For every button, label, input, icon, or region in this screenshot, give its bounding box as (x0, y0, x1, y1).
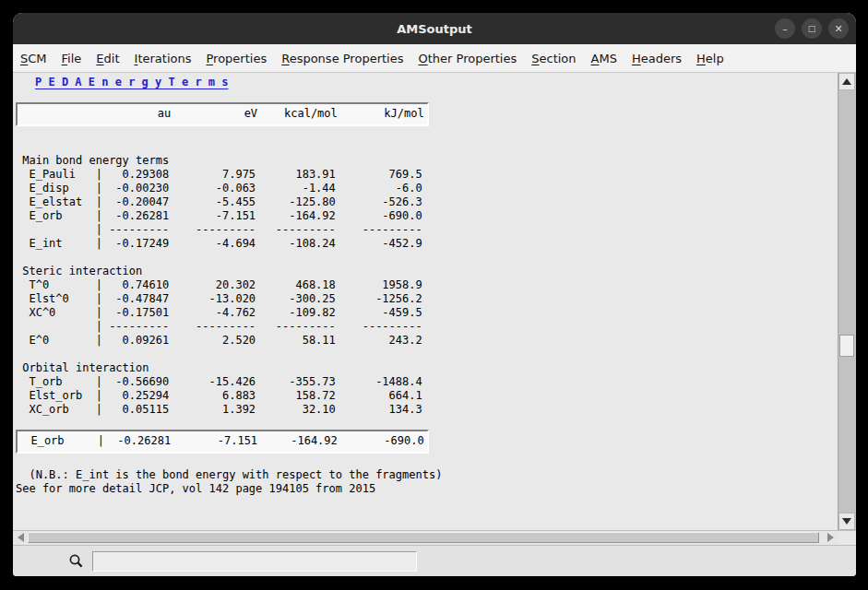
menu-item-edit[interactable]: Edit (96, 52, 119, 65)
search-input[interactable] (92, 551, 417, 572)
menu-item-other-properties[interactable]: Other Properties (418, 52, 517, 65)
eorb-summary-box: E_orb | -0.26281 -7.151 -164.92 -690.0 (16, 430, 429, 454)
maximize-button[interactable]: □ (802, 18, 822, 39)
units-header-line: au eV kcal/mol kJ/mol (18, 107, 427, 121)
triangle-up-icon (842, 78, 851, 85)
window-title: AMSoutput (397, 22, 472, 36)
footnotes-text: (N.B.: E_int is the bond energy with res… (16, 468, 838, 496)
peda-section-link[interactable]: P E D A E n e r g y T e r m s (16, 76, 838, 89)
energy-terms-text: Main bond energy terms E_Pauli | 0.29308… (16, 126, 838, 417)
triangle-right-icon (827, 533, 834, 542)
content-row: P E D A E n e r g y T e r m s au eV kcal… (13, 73, 856, 530)
desktop-background: AMSoutput – □ ✕ SCMFileEditIterationsPro… (0, 0, 868, 590)
scroll-down-button[interactable] (838, 513, 855, 530)
window-controls: – □ ✕ (775, 13, 849, 44)
titlebar[interactable]: AMSoutput – □ ✕ (13, 13, 856, 44)
output-text-area: P E D A E n e r g y T e r m s au eV kcal… (13, 73, 838, 530)
menu-item-properties[interactable]: Properties (206, 52, 267, 65)
menu-item-response-properties[interactable]: Response Properties (281, 52, 403, 65)
horizontal-scrollbar-thumb[interactable] (28, 532, 819, 543)
horizontal-scrollbar[interactable] (13, 530, 856, 545)
scroll-up-button[interactable] (838, 73, 855, 90)
scroll-right-button[interactable] (823, 531, 838, 544)
menu-item-file[interactable]: File (62, 52, 82, 65)
maximize-icon: □ (808, 25, 816, 33)
search-bar (13, 545, 856, 576)
menu-item-scm[interactable]: SCM (20, 52, 47, 65)
triangle-down-icon (842, 518, 851, 525)
menu-item-headers[interactable]: Headers (632, 52, 682, 65)
menu-item-help[interactable]: Help (696, 52, 724, 65)
units-header-box: au eV kcal/mol kJ/mol (16, 102, 429, 126)
triangle-left-icon (18, 533, 24, 542)
eorb-summary-line: E_orb | -0.26281 -7.151 -164.92 -690.0 (18, 434, 427, 448)
menu-item-iterations[interactable]: Iterations (135, 52, 192, 65)
scrollbar-corner (838, 532, 856, 544)
close-button[interactable]: ✕ (828, 18, 849, 39)
scroll-left-button[interactable] (13, 531, 28, 544)
vertical-scrollbar[interactable] (838, 73, 856, 530)
menubar: SCMFileEditIterationsPropertiesResponse … (13, 44, 856, 73)
minimize-button[interactable]: – (775, 18, 795, 39)
vertical-scrollbar-thumb[interactable] (839, 335, 854, 357)
menu-item-ams[interactable]: AMS (591, 52, 617, 65)
minimize-icon: – (782, 24, 788, 34)
menu-item-section[interactable]: Section (531, 52, 576, 65)
close-icon: ✕ (834, 24, 842, 34)
amsoutput-window: AMSoutput – □ ✕ SCMFileEditIterationsPro… (13, 13, 856, 576)
search-icon (68, 553, 84, 569)
